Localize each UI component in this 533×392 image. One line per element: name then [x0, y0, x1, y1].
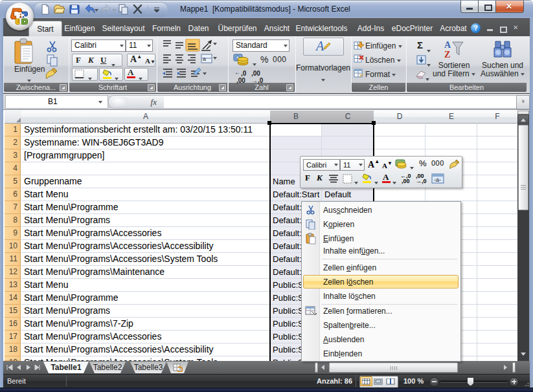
svg-text:Z: Z — [444, 50, 450, 59]
svg-text:A: A — [315, 39, 324, 53]
svg-text:a: a — [203, 56, 206, 62]
svg-text:-a-: -a- — [434, 177, 441, 183]
svg-text:A: A — [444, 40, 451, 50]
